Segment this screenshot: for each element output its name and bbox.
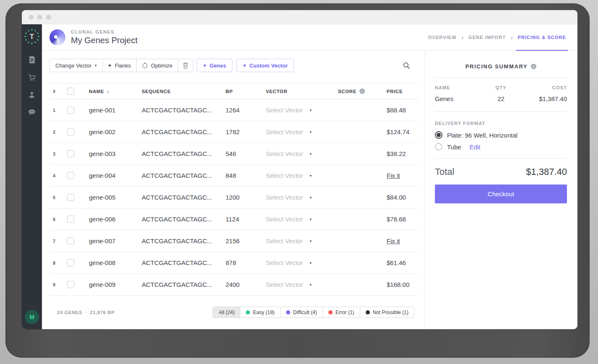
row-checkbox[interactable] [67,194,74,201]
pricing-panel: PRICING SUMMARY i NAME QTY COST Genes 22… [424,51,577,329]
info-icon[interactable]: i [359,88,365,94]
total-label: Total [435,166,454,177]
filter-status-dot [286,310,290,315]
vector-select[interactable]: Select Vector ▾ [266,194,338,201]
chat-icon [28,109,36,116]
edit-link[interactable]: Edit [470,143,481,151]
row-number: 7 [49,239,67,244]
gene-name: gene-009 [89,281,142,288]
gene-sequence: ACTCGACTGACTAGC... [142,281,226,288]
twist-logo[interactable]: T [23,28,40,47]
row-checkbox[interactable] [67,107,74,114]
totals-summary: 24 GENES · 21,876 BP [57,310,114,315]
breadcrumb-overview[interactable]: OVERVIEW [427,24,458,50]
window-minimize-button[interactable] [37,15,42,20]
vector-select[interactable]: Select Vector ▾ [266,281,338,288]
nav-account-item[interactable] [22,91,42,98]
row-checkbox[interactable] [67,216,74,223]
filter-label: Not Possible (1) [373,309,408,315]
vector-select[interactable]: Select Vector ▾ [266,150,338,157]
filter-label: Error (1) [335,309,354,315]
col-header-vector: VECTOR [266,89,338,94]
score-filter-button[interactable]: Error (1) [322,307,360,317]
vector-select[interactable]: Select Vector ▾ [266,237,338,244]
plus-icon: + [108,62,112,69]
chevron-down-icon: ▾ [309,239,312,243]
optimize-button[interactable]: Optimize [136,59,178,72]
tube-radio[interactable] [435,143,442,151]
gene-count: 24 GENES [57,310,82,315]
delete-button[interactable] [178,59,193,72]
user-avatar[interactable]: M [25,310,39,324]
gene-name: gene-001 [89,107,142,114]
score-filter-button[interactable]: Not Possible (1) [360,307,414,317]
row-checkbox[interactable] [67,172,74,179]
gene-price: Fix it [384,172,419,179]
row-number: 9 [49,282,67,287]
col-header-name[interactable]: NAME ↓ [89,88,142,94]
pricing-col-qty: QTY [479,85,523,90]
delivery-format-label: DELIVERY FORMAT [435,121,567,126]
score-filter-button[interactable]: Easy (18) [240,307,280,317]
info-icon[interactable]: i [531,64,536,69]
vector-select[interactable]: Select Vector ▾ [266,172,338,179]
breadcrumb-gene-import[interactable]: GENE IMPORT [468,24,507,50]
filter-status-dot [328,310,333,315]
row-checkbox[interactable] [67,281,74,288]
change-vector-button[interactable]: Change Vector ▾ [50,59,102,72]
vector-select[interactable]: Select Vector ▾ [266,128,338,135]
chevron-down-icon: ▾ [309,130,312,134]
vector-select-value: Select Vector [266,107,303,114]
checkout-button[interactable]: Checkout [435,185,567,203]
select-all-checkbox[interactable] [67,88,74,95]
table-row: 4 gene-004 ACTCGACTGACTAGC... 848 Select… [49,165,419,187]
pricing-table-header: NAME QTY COST [435,85,567,90]
gene-bp: 2156 [226,237,266,244]
genes-table: # NAME ↓ SEQUENCE BP VECTOR SCORE [49,72,419,318]
bp-total: 21,876 BP [90,310,115,315]
score-filter-button[interactable]: Difficult (4) [280,307,322,317]
page-header: CLONAL GENES My Genes Project OVERVIEW ›… [42,24,577,51]
page-title: My Genes Project [71,36,138,45]
vector-select[interactable]: Select Vector ▾ [266,107,338,114]
search-button[interactable] [403,62,410,69]
row-checkbox[interactable] [67,259,74,266]
window-zoom-button[interactable] [46,15,51,20]
vector-select-value: Select Vector [266,281,303,288]
row-number: 6 [49,217,67,222]
row-checkbox[interactable] [67,150,74,157]
gene-sequence: ACTCGACTGACTAGC... [142,216,226,223]
gene-price: $124.74 [384,128,419,135]
divider [435,111,567,112]
chevron-right-icon: › [458,24,468,50]
col-header-price: PRICE [384,89,419,94]
nav-cart-item[interactable] [22,74,42,81]
edit-button-group: Change Vector ▾ + Flanks Optimize [49,59,193,72]
gene-price: $78.68 [384,216,419,223]
gene-sequence: ACTCGACTGACTAGC... [142,194,226,201]
table-row: 6 gene-006 ACTCGACTGACTAGC... 1124 Selec… [49,208,419,230]
flanks-button[interactable]: + Flanks [102,59,136,72]
vector-select-value: Select Vector [266,150,303,157]
add-genes-button[interactable]: + Genes [197,59,232,72]
score-filter-button[interactable]: All (24) [213,307,240,317]
row-checkbox[interactable] [67,128,74,135]
nav-projects-item[interactable] [22,56,42,63]
row-checkbox[interactable] [67,237,74,244]
add-custom-vector-button[interactable]: + Custom Vector [237,59,294,72]
chevron-down-icon: ▾ [309,261,312,265]
filter-label: All (24) [218,309,234,315]
vector-select[interactable]: Select Vector ▾ [266,216,338,223]
plate-radio[interactable] [435,131,442,139]
name-header-label: NAME [89,89,104,94]
document-icon [29,56,35,63]
gene-name: gene-003 [89,150,142,157]
table-footer: 24 GENES · 21,876 BP All (24) [57,307,414,318]
window-close-button[interactable] [29,15,34,20]
chevron-down-icon: ▾ [95,63,97,68]
nav-chat-item[interactable] [22,109,42,116]
vector-select[interactable]: Select Vector ▾ [266,259,338,266]
person-icon [29,91,35,98]
breadcrumb-pricing-score[interactable]: PRICING & SCORE [517,24,567,50]
table-row: 7 gene-007 ACTCGACTGACTAGC... 2156 Selec… [49,230,419,252]
